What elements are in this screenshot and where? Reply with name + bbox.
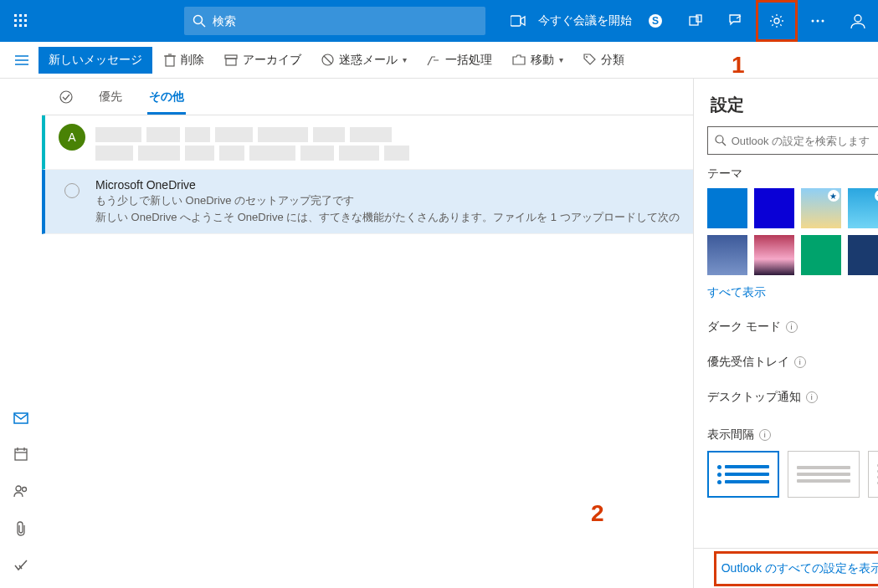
skype-icon[interactable]: S [635, 0, 675, 42]
categorize-button[interactable]: 分類 [575, 48, 633, 73]
svg-point-28 [855, 15, 861, 22]
svg-point-47 [60, 91, 72, 103]
svg-point-16 [774, 18, 779, 23]
theme-swatch-sunset[interactable] [754, 235, 794, 275]
junk-icon [321, 54, 334, 66]
svg-point-27 [822, 20, 824, 23]
delete-button[interactable]: 削除 [156, 48, 213, 73]
annotation-1: 1 [732, 52, 745, 79]
sweep-button[interactable]: 一括処理 [418, 48, 501, 73]
blurred-content [95, 127, 680, 142]
app-launcher-icon[interactable] [0, 0, 42, 42]
svg-line-23 [772, 24, 773, 26]
all-settings-label: Outlook のすべての設定を表示 [721, 561, 878, 576]
svg-text:S: S [652, 15, 659, 27]
search-icon [193, 14, 206, 28]
svg-point-39 [586, 56, 588, 58]
chevron-down-icon: ▾ [559, 55, 563, 64]
delete-icon [164, 54, 176, 67]
settings-gear-highlighted[interactable] [756, 0, 798, 42]
svg-point-9 [194, 16, 203, 24]
theme-swatch-blue[interactable] [707, 188, 747, 228]
chevron-down-icon: ▾ [403, 55, 407, 64]
svg-rect-1 [19, 14, 22, 17]
svg-line-49 [722, 142, 726, 146]
move-icon [512, 54, 526, 65]
density-option-compact[interactable] [868, 451, 878, 498]
attachments-icon[interactable] [15, 521, 27, 536]
info-icon[interactable]: i [759, 429, 771, 441]
svg-rect-41 [15, 449, 27, 460]
theme-swatch-circuit[interactable] [801, 235, 841, 275]
sweep-icon [427, 54, 440, 66]
all-settings-link[interactable]: Outlook のすべての設定を表示 [721, 561, 878, 576]
info-icon[interactable]: i [786, 321, 798, 333]
svg-point-26 [817, 20, 819, 23]
meet-now-button[interactable] [498, 0, 538, 42]
svg-line-10 [202, 23, 206, 28]
info-icon[interactable]: i [806, 391, 818, 403]
settings-title: 設定 [711, 94, 744, 116]
feedback-icon[interactable] [716, 0, 756, 42]
message-preview: 新しい OneDrive へようこそ OneDrive には、すてきな機能がたく… [95, 210, 680, 225]
settings-search-input[interactable] [732, 135, 878, 147]
meet-now-label: 今すぐ会議を開始 [538, 13, 632, 28]
density-label: 表示間隔 [707, 427, 754, 442]
gear-icon [769, 13, 784, 28]
svg-rect-4 [19, 19, 22, 22]
teams-icon[interactable] [675, 0, 716, 42]
junk-button[interactable]: 迷惑メール ▾ [313, 48, 415, 73]
more-icon[interactable] [798, 0, 838, 42]
density-option-medium[interactable] [788, 451, 860, 498]
svg-line-22 [780, 24, 782, 26]
menu-toggle-icon[interactable] [8, 55, 35, 65]
settings-search-box[interactable] [707, 126, 878, 155]
svg-point-46 [23, 488, 27, 492]
svg-point-25 [812, 20, 814, 23]
theme-swatch-darkblue[interactable] [754, 188, 794, 228]
search-input[interactable] [213, 14, 477, 28]
select-all-icon[interactable] [59, 89, 74, 105]
categorize-label: 分類 [601, 53, 624, 68]
theme-swatch-mountain[interactable] [707, 235, 747, 275]
message-item[interactable]: A [42, 115, 693, 170]
tag-icon [583, 54, 596, 66]
theme-swatch-wave[interactable]: ★ [848, 188, 878, 228]
show-all-themes-link[interactable]: すべて表示 [707, 285, 766, 300]
people-icon[interactable] [13, 484, 28, 498]
svg-line-38 [324, 56, 331, 64]
junk-label: 迷惑メール [339, 53, 398, 68]
delete-label: 削除 [181, 53, 204, 68]
svg-rect-36 [226, 59, 236, 65]
desktop-notif-label: デスクトップ通知 [707, 390, 801, 405]
svg-rect-32 [166, 56, 174, 66]
svg-rect-2 [24, 14, 27, 17]
search-box[interactable] [184, 7, 485, 35]
svg-rect-3 [14, 19, 17, 22]
focused-inbox-label: 優先受信トレイ [707, 355, 789, 370]
blurred-content [95, 146, 680, 161]
avatar: A [59, 124, 85, 151]
tab-focused[interactable]: 優先 [85, 80, 136, 114]
archive-button[interactable]: アーカイブ [216, 48, 310, 73]
theme-swatch-beach[interactable]: ★ [801, 188, 841, 228]
message-item[interactable]: Microsoft OneDrive もう少しで新しい OneDrive のセッ… [42, 170, 693, 234]
density-option-full[interactable] [707, 451, 779, 498]
message-subject: もう少しで新しい OneDrive のセットアップ完了です [95, 193, 680, 208]
svg-point-48 [716, 135, 723, 143]
tab-other[interactable]: その他 [136, 80, 198, 114]
new-message-button[interactable]: 新しいメッセージ [39, 47, 152, 74]
info-icon[interactable]: i [794, 356, 806, 368]
theme-section-label: テーマ [707, 166, 878, 182]
todo-icon[interactable] [14, 560, 28, 571]
svg-rect-5 [24, 19, 27, 22]
account-icon[interactable] [838, 0, 878, 42]
select-radio[interactable] [64, 183, 80, 198]
svg-rect-7 [19, 24, 22, 27]
calendar-icon[interactable] [14, 447, 28, 461]
theme-swatch-tech[interactable] [848, 235, 878, 275]
annotation-2: 2 [591, 500, 604, 527]
search-icon [715, 135, 727, 146]
move-button[interactable]: 移動 ▾ [504, 48, 572, 73]
mail-icon[interactable] [13, 412, 28, 424]
